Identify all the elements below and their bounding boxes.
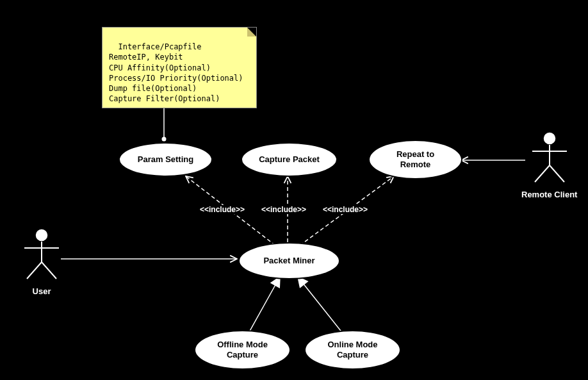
stickman-icon [19, 227, 64, 281]
usecase-online-mode-label: Online Mode Capture [328, 340, 378, 359]
svg-line-7 [249, 277, 280, 333]
svg-line-12 [27, 262, 42, 279]
svg-point-14 [543, 132, 556, 145]
usecase-repeat-remote: Repeat to Remote [368, 140, 462, 179]
stereotype-include-3: <<include>> [323, 205, 368, 214]
actor-remote-client-label: Remote Client [521, 190, 577, 199]
usecase-capture-packet: Capture Packet [241, 142, 338, 177]
svg-line-8 [298, 277, 343, 333]
usecase-param-setting: Param Setting [118, 142, 213, 177]
usecase-param-setting-label: Param Setting [138, 154, 193, 165]
svg-line-13 [42, 262, 56, 279]
svg-point-1 [162, 137, 167, 142]
usecase-repeat-remote-label: Repeat to Remote [396, 149, 434, 169]
usecase-packet-miner-label: Packet Miner [263, 256, 314, 266]
connectors-layer [0, 0, 588, 380]
actor-user: User [19, 227, 64, 296]
svg-line-18 [550, 165, 564, 182]
actor-user-label: User [19, 286, 64, 296]
stereotype-include-2: <<include>> [261, 205, 306, 214]
note-box: Interface/Pcapfile RemoteIP, Keybit CPU … [102, 27, 257, 108]
note-line-4: Process/IO Priority(Optional) [109, 74, 243, 83]
note-line-2: RemoteIP, Keybit [109, 53, 183, 62]
note-line-5: Dump file(Optional) [109, 84, 197, 93]
note-line-6: Capture Filter(Optional) [109, 94, 220, 103]
note-fold-icon [247, 28, 256, 37]
svg-point-9 [35, 229, 48, 242]
stickman-icon [527, 131, 572, 185]
usecase-offline-mode: Offline Mode Capture [194, 330, 291, 370]
actor-remote-client: Remote Client [521, 131, 577, 199]
usecase-capture-packet-label: Capture Packet [259, 154, 320, 165]
stereotype-include-1: <<include>> [200, 205, 245, 214]
note-line-1: Interface/Pcapfile [118, 42, 201, 51]
usecase-offline-mode-label: Offline Mode Capture [217, 340, 268, 359]
usecase-online-mode: Online Mode Capture [304, 330, 401, 370]
svg-line-17 [535, 165, 550, 182]
note-line-3: CPU Affinity(Optional) [109, 63, 211, 72]
usecase-packet-miner: Packet Miner [238, 242, 340, 279]
